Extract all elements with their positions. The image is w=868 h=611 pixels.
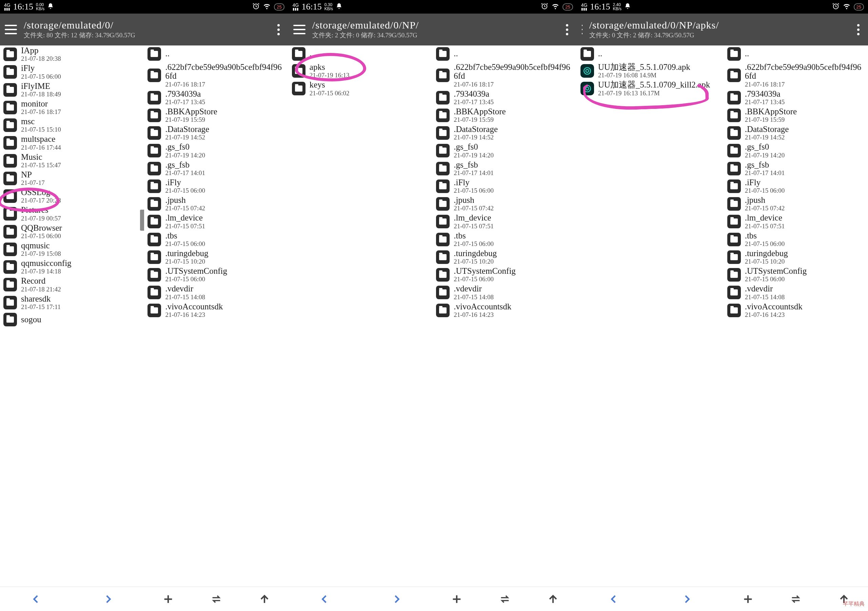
file-row[interactable]: .gs_fs0 21-07-19 14:20 xyxy=(724,142,868,159)
overflow-menu[interactable] xyxy=(562,23,572,37)
file-row[interactable]: Pictures 21-07-19 00:57 xyxy=(0,205,144,222)
file-row[interactable]: .iFly 21-07-15 06:00 xyxy=(144,177,288,195)
file-row[interactable]: UU加速器_5.5.1.0709.apk 21-07-19 16:08 14.9… xyxy=(577,62,724,80)
file-row[interactable]: .vivoAccountsdk 21-07-16 14:23 xyxy=(432,302,577,319)
add-button[interactable] xyxy=(446,589,467,609)
forward-button[interactable] xyxy=(386,589,407,609)
file-row[interactable]: .BBKAppStore 21-07-19 15:59 xyxy=(144,107,288,124)
file-row[interactable]: .622bf7cbe59e99a90b5cefbf94f966fd 21-07-… xyxy=(144,62,288,89)
file-row[interactable]: .lm_device 21-07-15 07:51 xyxy=(432,213,577,230)
file-row[interactable]: .turingdebug 21-07-15 10:20 xyxy=(432,248,577,266)
scrollbar-thumb[interactable] xyxy=(140,210,144,231)
file-row[interactable]: .lm_device 21-07-15 07:51 xyxy=(724,213,868,230)
file-row[interactable]: .UTSystemConfig 21-07-15 06:00 xyxy=(432,266,577,284)
file-row[interactable]: .UTSystemConfig 21-07-15 06:00 xyxy=(144,266,288,284)
file-row[interactable]: .gs_fsb 21-07-17 14:01 xyxy=(724,160,868,177)
file-row[interactable]: .turingdebug 21-07-15 10:20 xyxy=(144,248,288,266)
file-row[interactable]: .DataStorage 21-07-19 14:52 xyxy=(432,124,577,142)
file-row[interactable]: .. xyxy=(432,45,577,62)
file-row[interactable]: .gs_fsb 21-07-17 14:01 xyxy=(144,160,288,177)
add-button[interactable] xyxy=(158,589,178,609)
path-breadcrumb[interactable]: /storage/emulated/0/NP/apks/ xyxy=(589,19,719,31)
file-row[interactable]: .622bf7cbe59e99a90b5cefbf94f966fd 21-07-… xyxy=(724,62,868,89)
up-button[interactable] xyxy=(254,589,274,609)
file-list[interactable]: .. UU加速器_5.5.1.0709.apk 21-07-19 16:08 1… xyxy=(577,45,724,586)
file-row[interactable]: .gs_fs0 21-07-19 14:20 xyxy=(144,142,288,159)
hamburger-menu[interactable] xyxy=(582,25,583,34)
file-meta: 21-07-16 17:44 xyxy=(21,144,141,151)
file-row[interactable]: .vivoAccountsdk 21-07-16 14:23 xyxy=(724,302,868,319)
file-row[interactable]: .turingdebug 21-07-15 10:20 xyxy=(724,248,868,266)
file-row[interactable]: .vdevdir 21-07-15 14:08 xyxy=(724,284,868,301)
file-row[interactable]: .vdevdir 21-07-15 14:08 xyxy=(432,284,577,301)
hamburger-menu[interactable] xyxy=(293,25,305,34)
back-button[interactable] xyxy=(26,589,46,609)
file-name: .turingdebug xyxy=(454,249,574,258)
file-row[interactable]: keys 21-07-15 06:02 xyxy=(288,80,432,97)
file-row[interactable]: qqmusic 21-07-19 15:08 xyxy=(0,241,144,258)
file-row[interactable]: .tbs 21-07-15 06:00 xyxy=(432,231,577,248)
file-list[interactable]: IApp 21-07-18 20:38 iFly 21-07-15 06:00 … xyxy=(0,45,144,586)
file-row[interactable]: .iFly 21-07-15 06:00 xyxy=(432,177,577,195)
back-button[interactable] xyxy=(603,589,624,609)
file-list[interactable]: .. .622bf7cbe59e99a90b5cefbf94f966fd 21-… xyxy=(724,45,868,586)
file-row[interactable]: .DataStorage 21-07-19 14:52 xyxy=(144,124,288,142)
path-breadcrumb[interactable]: /storage/emulated/0/NP/ xyxy=(312,19,428,31)
file-row[interactable]: .iFly 21-07-15 06:00 xyxy=(724,177,868,195)
file-row[interactable]: .7934039a 21-07-17 13:45 xyxy=(432,89,577,107)
file-row[interactable]: .7934039a 21-07-17 13:45 xyxy=(724,89,868,107)
file-list[interactable]: .. .622bf7cbe59e99a90b5cefbf94f966fd 21-… xyxy=(144,45,288,586)
file-row[interactable]: iFlyIME 21-07-18 18:49 xyxy=(0,81,144,99)
file-row[interactable]: .7934039a 21-07-17 13:45 xyxy=(144,89,288,107)
file-list[interactable]: .. apks 21-07-19 16:13 keys 21-07-15 06:… xyxy=(288,45,432,586)
file-row[interactable]: .. xyxy=(577,45,724,62)
hamburger-menu[interactable] xyxy=(5,25,17,34)
file-row[interactable]: Music 21-07-15 15:47 xyxy=(0,152,144,169)
back-button[interactable] xyxy=(314,589,335,609)
file-row[interactable]: OSSLog 21-07-17 20:28 xyxy=(0,187,144,205)
swap-button[interactable] xyxy=(206,589,226,609)
file-row[interactable]: UU加速器_5.5.1.0709_kill2.apk 21-07-19 16:1… xyxy=(577,80,724,97)
file-row[interactable]: .jpush 21-07-15 07:42 xyxy=(144,195,288,213)
file-row[interactable]: .. xyxy=(144,45,288,62)
path-breadcrumb[interactable]: /storage/emulated/0/ xyxy=(24,19,140,31)
file-row[interactable]: .. xyxy=(724,45,868,62)
file-row[interactable]: QQBrowser 21-07-15 06:00 xyxy=(0,223,144,241)
file-row[interactable]: qqmusicconfig 21-07-19 14:18 xyxy=(0,258,144,276)
file-row[interactable]: .tbs 21-07-15 06:00 xyxy=(144,231,288,248)
file-row[interactable]: iFly 21-07-15 06:00 xyxy=(0,63,144,81)
add-button[interactable] xyxy=(738,589,758,609)
file-row[interactable]: .622bf7cbe59e99a90b5cefbf94f966fd 21-07-… xyxy=(432,62,577,89)
file-row[interactable]: .jpush 21-07-15 07:42 xyxy=(432,195,577,213)
file-row[interactable]: Record 21-07-18 21:42 xyxy=(0,276,144,294)
file-row[interactable]: sharesdk 21-07-15 17:11 xyxy=(0,294,144,311)
file-row[interactable]: .lm_device 21-07-15 07:51 xyxy=(144,213,288,230)
file-row[interactable]: .. xyxy=(288,45,432,62)
file-list[interactable]: .. .622bf7cbe59e99a90b5cefbf94f966fd 21-… xyxy=(432,45,577,586)
file-row[interactable]: .vdevdir 21-07-15 14:08 xyxy=(144,284,288,301)
file-row[interactable]: multspace 21-07-16 17:44 xyxy=(0,134,144,152)
file-row[interactable]: apks 21-07-19 16:13 xyxy=(288,62,432,80)
apk-icon xyxy=(580,64,594,78)
file-row[interactable]: .BBKAppStore 21-07-19 15:59 xyxy=(724,107,868,124)
file-row[interactable]: IApp 21-07-18 20:38 xyxy=(0,45,144,63)
file-row[interactable]: .gs_fs0 21-07-19 14:20 xyxy=(432,142,577,159)
overflow-menu[interactable] xyxy=(274,23,284,37)
up-button[interactable] xyxy=(543,589,563,609)
file-row[interactable]: msc 21-07-15 15:10 xyxy=(0,117,144,134)
file-row[interactable]: .UTSystemConfig 21-07-15 06:00 xyxy=(724,266,868,284)
overflow-menu[interactable] xyxy=(853,23,863,37)
file-row[interactable]: .vivoAccountsdk 21-07-16 14:23 xyxy=(144,302,288,319)
swap-button[interactable] xyxy=(786,589,806,609)
swap-button[interactable] xyxy=(495,589,515,609)
forward-button[interactable] xyxy=(677,589,697,609)
forward-button[interactable] xyxy=(98,589,118,609)
file-row[interactable]: monitor 21-07-16 18:17 xyxy=(0,99,144,117)
file-row[interactable]: .BBKAppStore 21-07-19 15:59 xyxy=(432,107,577,124)
file-row[interactable]: .jpush 21-07-15 07:42 xyxy=(724,195,868,213)
file-row[interactable]: .DataStorage 21-07-19 14:52 xyxy=(724,124,868,142)
file-row[interactable]: NP 21-07-17 xyxy=(0,169,144,187)
file-row[interactable]: .tbs 21-07-15 06:00 xyxy=(724,231,868,248)
file-row[interactable]: sogou xyxy=(0,311,144,328)
file-row[interactable]: .gs_fsb 21-07-17 14:01 xyxy=(432,160,577,177)
